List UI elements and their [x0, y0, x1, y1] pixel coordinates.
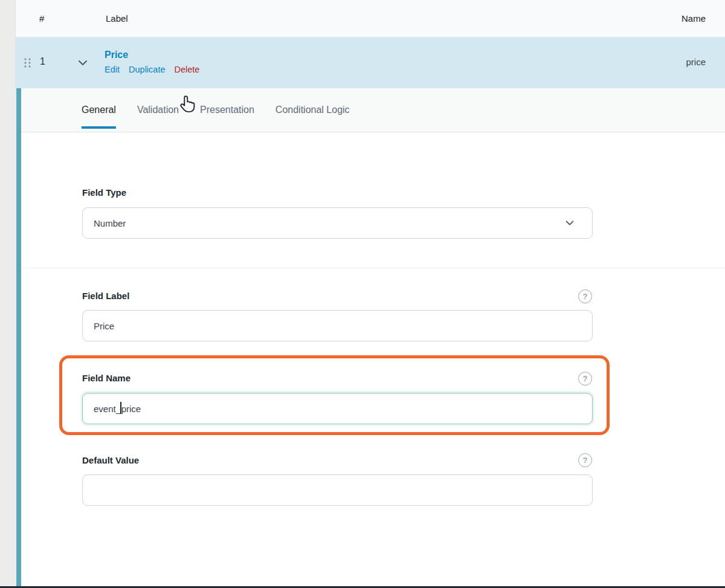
- field-label-input[interactable]: [82, 310, 593, 341]
- field-type-selected-value: Number: [94, 218, 126, 228]
- column-header-label: Label: [106, 13, 128, 24]
- help-icon[interactable]: ?: [578, 453, 592, 467]
- expanded-row-accent-bar: [16, 88, 21, 588]
- column-header-name: Name: [682, 13, 706, 24]
- field-row-price: 1 Price Edit Duplicate Delete price: [16, 37, 725, 88]
- page-gutter: [0, 0, 16, 588]
- help-icon[interactable]: ?: [578, 289, 592, 303]
- default-value-input[interactable]: [82, 474, 593, 506]
- field-type-select[interactable]: Number: [82, 207, 593, 239]
- drag-handle-icon[interactable]: [23, 57, 33, 68]
- delete-link[interactable]: Delete: [175, 65, 200, 74]
- help-icon[interactable]: ?: [578, 372, 592, 386]
- field-name-label: Field Name: [82, 373, 130, 383]
- field-label-label: Field Label: [82, 291, 129, 301]
- settings-tab-bar: General Validation Presentation Conditio…: [21, 88, 725, 132]
- column-header-number: #: [39, 13, 44, 24]
- field-title-link[interactable]: Price: [105, 50, 128, 60]
- field-table-header: # Label Name: [16, 0, 725, 37]
- default-value-label: Default Value: [82, 455, 139, 465]
- edit-link[interactable]: Edit: [105, 65, 120, 74]
- tab-conditional-logic[interactable]: Conditional Logic: [276, 88, 350, 132]
- field-row-actions: Edit Duplicate Delete: [105, 65, 206, 74]
- field-name-value-before-caret: event_: [94, 404, 121, 414]
- chevron-down-icon: [564, 218, 575, 228]
- field-type-label: Field Type: [82, 187, 126, 198]
- tab-presentation[interactable]: Presentation: [200, 88, 254, 132]
- duplicate-link[interactable]: Duplicate: [129, 65, 165, 74]
- section-divider: [21, 268, 725, 268]
- tab-validation[interactable]: Validation: [137, 88, 179, 132]
- field-name-input[interactable]: event_price: [82, 393, 593, 424]
- collapse-row-chevron-icon[interactable]: [77, 57, 89, 69]
- field-row-index: 1: [40, 56, 45, 67]
- general-tab-panel: Field Type Number Field Label ? Field Na…: [21, 132, 725, 586]
- field-name-value-after-caret: price: [121, 404, 141, 414]
- acf-field-editor: # Label Name 1 Price Edit Duplicate Dele…: [0, 0, 725, 588]
- field-row-name-value: price: [686, 57, 706, 67]
- tab-general[interactable]: General: [82, 88, 116, 132]
